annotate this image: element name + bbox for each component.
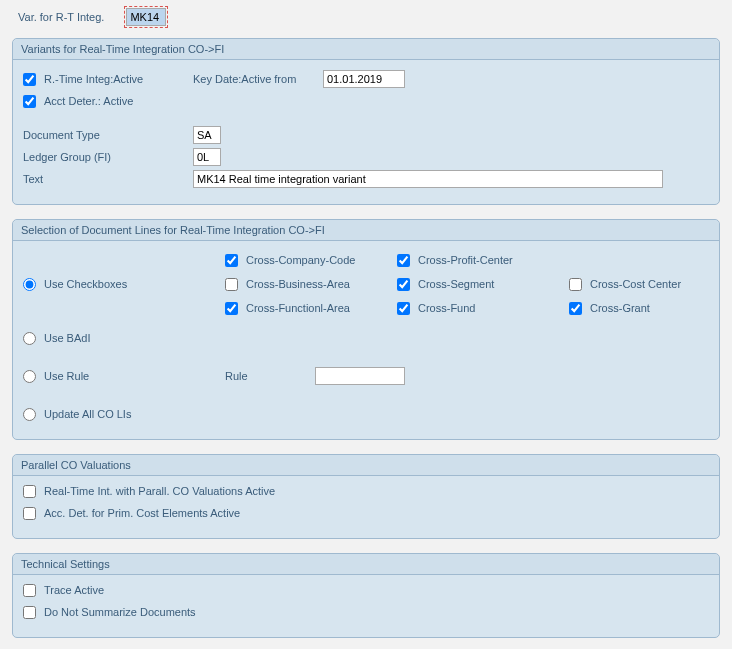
cross-segment-checkbox[interactable] [397,278,410,291]
group-selection: Selection of Document Lines for Real-Tim… [12,219,720,440]
use-badi-label: Use BAdI [44,332,90,344]
cross-profit-label: Cross-Profit-Center [418,254,513,266]
use-rule-label: Use Rule [44,370,89,382]
acct-deter-check-wrap[interactable]: Acct Deter.: Active [23,90,133,112]
cross-company-wrap[interactable]: Cross-Company-Code [225,249,395,271]
update-all-wrap[interactable]: Update All CO LIs [23,403,732,425]
cross-business-label: Cross-Business-Area [246,278,350,290]
cross-cost-checkbox[interactable] [569,278,582,291]
trace-active-label: Trace Active [44,584,104,596]
rt-active-label: R.-Time Integ:Active [44,73,143,85]
text-label: Text [23,173,193,185]
cross-cost-label: Cross-Cost Center [590,278,681,290]
key-date-label: Key Date:Active from [193,73,323,85]
cross-fund-wrap[interactable]: Cross-Fund [397,297,567,319]
rt-parallel-label: Real-Time Int. with Parall. CO Valuation… [44,485,275,497]
no-summarize-checkbox[interactable] [23,606,36,619]
ledger-group-label: Ledger Group (FI) [23,151,193,163]
cross-cost-wrap[interactable]: Cross-Cost Center [569,273,732,295]
header-row: Var. for R-T Integ. [12,4,720,38]
acc-det-wrap[interactable]: Acc. Det. for Prim. Cost Elements Active [23,502,709,524]
key-date-input[interactable] [323,70,405,88]
cross-segment-label: Cross-Segment [418,278,494,290]
trace-active-checkbox[interactable] [23,584,36,597]
cross-functional-label: Cross-Functionl-Area [246,302,350,314]
trace-active-wrap[interactable]: Trace Active [23,579,709,601]
cross-fund-checkbox[interactable] [397,302,410,315]
update-all-radio[interactable] [23,408,36,421]
cross-grant-checkbox[interactable] [569,302,582,315]
no-summarize-label: Do Not Summarize Documents [44,606,196,618]
group-technical: Technical Settings Trace Active Do Not S… [12,553,720,638]
cross-company-label: Cross-Company-Code [246,254,355,266]
rt-parallel-wrap[interactable]: Real-Time Int. with Parall. CO Valuation… [23,480,709,502]
use-rule-wrap[interactable]: Use Rule [23,365,223,387]
use-checkboxes-label: Use Checkboxes [44,278,127,290]
use-checkboxes-radio[interactable] [23,278,36,291]
update-all-label: Update All CO LIs [44,408,131,420]
ledger-group-input[interactable] [193,148,221,166]
use-rule-radio[interactable] [23,370,36,383]
cross-grant-label: Cross-Grant [590,302,650,314]
var-label: Var. for R-T Integ. [18,11,104,23]
var-input[interactable] [126,8,166,26]
use-badi-radio[interactable] [23,332,36,345]
cross-business-wrap[interactable]: Cross-Business-Area [225,273,395,295]
acct-deter-checkbox[interactable] [23,95,36,108]
acc-det-label: Acc. Det. for Prim. Cost Elements Active [44,507,240,519]
cross-grant-wrap[interactable]: Cross-Grant [569,297,732,319]
use-badi-wrap[interactable]: Use BAdI [23,327,732,349]
doc-type-input[interactable] [193,126,221,144]
rt-active-check-wrap[interactable]: R.-Time Integ:Active [23,68,193,90]
group-parallel-title: Parallel CO Valuations [13,455,719,476]
cross-functional-wrap[interactable]: Cross-Functionl-Area [225,297,395,319]
text-input[interactable] [193,170,663,188]
doc-type-label: Document Type [23,129,193,141]
cross-company-checkbox[interactable] [225,254,238,267]
group-variants-title: Variants for Real-Time Integration CO->F… [13,39,719,60]
cross-segment-wrap[interactable]: Cross-Segment [397,273,567,295]
cross-fund-label: Cross-Fund [418,302,475,314]
cross-functional-checkbox[interactable] [225,302,238,315]
group-selection-title: Selection of Document Lines for Real-Tim… [13,220,719,241]
group-technical-title: Technical Settings [13,554,719,575]
acc-det-checkbox[interactable] [23,507,36,520]
var-input-highlight [124,6,168,28]
cross-profit-checkbox[interactable] [397,254,410,267]
cross-business-checkbox[interactable] [225,278,238,291]
group-variants: Variants for Real-Time Integration CO->F… [12,38,720,205]
acct-deter-label: Acct Deter.: Active [44,95,133,107]
group-parallel: Parallel CO Valuations Real-Time Int. wi… [12,454,720,539]
rt-parallel-checkbox[interactable] [23,485,36,498]
use-checkboxes-wrap[interactable]: Use Checkboxes [23,273,223,295]
cross-profit-wrap[interactable]: Cross-Profit-Center [397,249,567,271]
rule-input[interactable] [315,367,405,385]
no-summarize-wrap[interactable]: Do Not Summarize Documents [23,601,709,623]
rt-active-checkbox[interactable] [23,73,36,86]
rule-label: Rule [225,370,315,382]
